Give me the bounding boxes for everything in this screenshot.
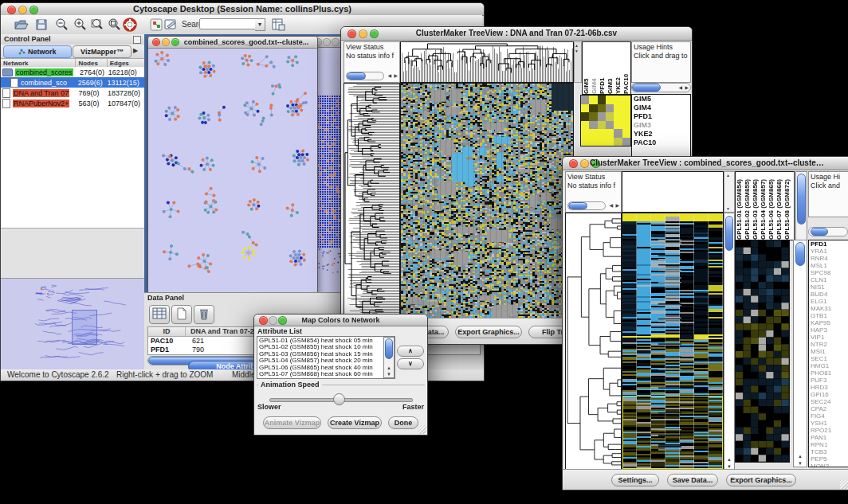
resize-grip[interactable] [840,480,848,489]
tv2-global-heatmap[interactable] [622,213,724,471]
create-vizmap-button[interactable]: Create Vizmap [328,416,382,429]
tv2-zoom-vscrollbar[interactable]: ▲ ▼ [793,240,807,467]
tv2-mini-scrollbar[interactable]: ▲ ▼ [724,171,735,213]
tv1-global-heatmap[interactable] [400,83,574,319]
tv1-usage-hscrollbar[interactable]: ◀ ▶ [631,83,691,92]
cell-value[interactable]: 621 [187,337,204,346]
similarity-matrix[interactable] [580,95,631,147]
dialog-titlebar[interactable]: Map Colors to Network [254,315,427,326]
birdseye-view[interactable] [1,278,144,370]
move-down-button[interactable]: ∨ [397,358,424,369]
scroll-right-icon[interactable]: ▶ [615,201,619,210]
scroll-up-icon[interactable]: ▲ [798,454,803,459]
tab-overflow-arrow-icon[interactable]: ▶ [133,47,138,54]
close-button[interactable] [259,316,268,325]
scroll-up-icon[interactable]: ▲ [387,365,391,370]
scroll-down-icon[interactable]: ▼ [798,461,803,466]
new-attribute-icon[interactable] [171,305,192,324]
move-up-button[interactable]: ∧ [397,346,424,357]
minimize-button[interactable] [359,29,367,38]
zoom-selected-icon[interactable] [105,17,123,33]
status-hscrollbar[interactable] [567,201,606,210]
animation-speed-slider[interactable] [333,393,345,405]
tv1-row-dendrogram[interactable] [344,83,400,319]
scrollbar-thumb[interactable] [797,174,806,225]
col-edges[interactable]: Edges [108,59,144,67]
treeview2-titlebar[interactable]: ClusterMaker TreeView : combined_scores_… [563,157,848,170]
cell-value[interactable]: 790 [187,346,204,354]
tv2-zoom-heatmap[interactable] [735,240,790,463]
minimize-button[interactable] [269,316,277,325]
minimize-button[interactable] [323,38,331,46]
col-network[interactable]: Network [1,59,76,67]
attribute-item[interactable]: GPL51-07 (GSM868) heat shock 60 min [257,371,384,377]
trash-icon[interactable] [194,305,214,324]
zoom-button[interactable] [171,38,179,46]
scroll-up-icon[interactable]: ▲ [575,43,579,48]
search-input[interactable] [199,18,257,29]
export-graphics-button[interactable]: Export Graphics... [455,326,522,338]
scroll-left-icon[interactable]: ◀ [678,84,682,90]
open-file-button[interactable] [12,17,29,33]
zoom-fit-icon[interactable] [88,17,106,33]
zoom-out-icon[interactable] [53,17,70,33]
network-row-dna-tran[interactable]: DNA and Tran 07 769(0) 183728(0) [1,88,144,98]
scroll-down-icon[interactable]: ▼ [575,49,579,53]
network-view-canvas[interactable] [149,49,315,291]
zoom-button[interactable] [332,38,340,46]
network-row-combined-sco-selected[interactable]: combined_sco 2569(6) 13112(15) [1,77,144,88]
scroll-right-icon[interactable]: ▶ [394,72,398,80]
animate-vizmap-button[interactable]: Animate Vizmap [263,416,321,429]
help-lifering-icon[interactable] [121,17,139,33]
scroll-up-icon[interactable]: ▲ [726,173,730,178]
tab-vizmapper[interactable]: VizMapper™ [73,45,132,58]
network-row-combined-scores[interactable]: combined_scores 2764(0) 16218(0) [1,67,144,77]
main-titlebar[interactable]: Cytoscape Desktop (Session Name: collins… [1,3,484,16]
scroll-left-icon[interactable]: ◀ [387,72,391,80]
scroll-down-icon[interactable]: ▼ [726,206,730,211]
cell-id[interactable]: PAC10 [148,337,187,346]
data-panel-table-icon[interactable] [149,305,170,324]
scroll-right-icon[interactable]: ▶ [685,84,689,90]
close-button[interactable] [7,6,16,14]
col-nodes[interactable]: Nodes [76,59,107,67]
done-button[interactable]: Done [388,416,418,429]
scrollbar-thumb[interactable] [725,216,733,251]
scroll-down-icon[interactable]: ▼ [387,372,391,377]
tv2-global-vscrollbar[interactable]: ▲ ▼ [724,213,735,471]
scroll-left-icon[interactable]: ◀ [609,201,613,210]
birdseye-canvas[interactable] [1,279,143,369]
network-window-titlebar[interactable]: combined_scores_good.txt--cluste... [148,37,317,49]
tv2-row-dendrogram[interactable] [565,213,622,471]
export-graphics-button[interactable]: Export Graphics... [726,474,796,486]
minimize-button[interactable] [18,6,27,14]
col-id[interactable]: ID [148,327,186,336]
resize-grip[interactable] [418,425,426,434]
tv2-usage-hscrollbar[interactable] [808,227,848,236]
treeview1-titlebar[interactable]: ClusterMaker TreeView : DNA and Tran 07-… [341,27,692,41]
annotation-icon[interactable] [162,17,179,33]
attribute-listbox[interactable]: GPL51-01 (GSM854) heat shock 05 minGPL51… [257,336,395,379]
close-button[interactable] [347,29,356,38]
close-button[interactable] [152,38,160,46]
status-hscrollbar[interactable] [346,72,384,80]
search-dropdown-arrow-icon[interactable]: ▼ [255,18,265,31]
tv2-labels-vscrollbar[interactable] [795,171,807,240]
zoom-in-icon[interactable] [71,17,88,33]
tv2-column-dendrogram-area[interactable] [622,171,724,213]
list-vscrollbar[interactable]: ▲ ▼ [383,337,395,378]
tv1-mini-scrollbar[interactable]: ▲ ▼ [574,41,582,83]
close-button[interactable] [569,159,578,168]
minimize-button[interactable] [162,38,170,46]
table-import-icon[interactable] [269,17,287,33]
save-button[interactable] [33,17,50,33]
float-panel-icon[interactable] [133,36,141,44]
scrollbar-thumb[interactable] [385,338,393,359]
save-data-button[interactable]: Save Data... [667,474,718,486]
settings-button[interactable]: Settings... [611,474,659,486]
tab-network[interactable]: Network [3,45,72,58]
tv1-column-dendrogram[interactable] [400,41,574,83]
minimize-button[interactable] [580,159,589,168]
network-row-rnapubernov2[interactable]: RNAPuberNov2+ 563(0) 107847(0) [1,98,144,108]
cell-id[interactable]: PFD1 [148,346,187,354]
